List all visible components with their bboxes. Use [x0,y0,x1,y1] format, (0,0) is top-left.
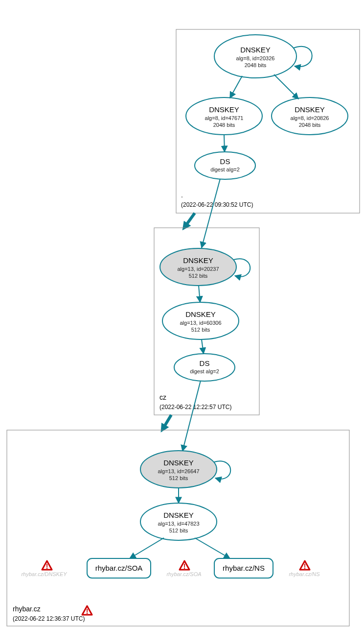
ghost-dnskey: rhybar.cz/DNSKEY [21,571,67,577]
svg-text:alg=13, id=26647: alg=13, id=26647 [158,468,199,474]
node-root-ksk: DNSKEY alg=8, id=20326 2048 bits [214,35,296,78]
edge-root-ksk-zsk2 [274,74,298,99]
warning-icon: ! [42,561,52,570]
svg-text:2048 bits: 2048 bits [245,62,267,68]
edge-rhybar-zsk-soa [130,538,164,558]
edge-root-zsk1-ds [224,135,225,152]
node-root-ds: DS digest alg=2 [195,152,255,179]
svg-text:2048 bits: 2048 bits [213,122,235,128]
svg-text:!: ! [183,562,186,570]
edge-rhybar-zsk-ns [195,538,230,558]
svg-text:DNSKEY: DNSKEY [163,511,194,519]
warning-icon: ! [82,606,92,615]
svg-text:digest alg=2: digest alg=2 [190,368,219,374]
svg-text:alg=13, id=60306: alg=13, id=60306 [180,320,221,326]
svg-text:DNSKEY: DNSKEY [183,256,213,265]
svg-text:2048 bits: 2048 bits [299,122,321,128]
svg-text:!: ! [304,562,306,570]
svg-text:!: ! [46,562,48,570]
node-cz-zsk: DNSKEY alg=13, id=60306 512 bits [162,302,239,339]
zone-ts-rhybar: (2022-06-22 12:36:37 UTC) [13,615,85,622]
svg-text:alg=8, id=47671: alg=8, id=47671 [205,115,244,121]
edge-root-to-cz-heavy [186,213,195,225]
edge-cz-ds-rhybar-ksk [182,381,201,451]
node-rhybar-ns: rhybar.cz/NS [214,558,273,578]
svg-text:512 bits: 512 bits [169,528,188,533]
ghost-ns: rhybar.cz/NS [289,571,320,577]
zone-ts-cz: (2022-06-22 12:22:57 UTC) [159,404,231,411]
edge-root-ksk-zsk1 [230,76,242,98]
svg-point-13 [195,152,255,179]
svg-text:DNSKEY: DNSKEY [295,105,325,114]
node-rhybar-soa: rhybar.cz/SOA [87,558,151,578]
svg-text:512 bits: 512 bits [191,327,210,333]
node-rhybar-ksk: DNSKEY alg=13, id=26647 512 bits [140,451,217,488]
dnssec-graph: . (2022-06-22 09:30:52 UTC) DNSKEY alg=8… [0,0,364,628]
svg-text:DNSKEY: DNSKEY [163,459,194,467]
zone-label-root: . [181,191,183,199]
svg-text:512 bits: 512 bits [189,273,208,279]
zone-ts-root: (2022-06-22 09:30:52 UTC) [181,201,253,208]
svg-text:rhybar.cz/SOA: rhybar.cz/SOA [95,564,143,572]
svg-text:DS: DS [200,359,210,367]
edge-cz-ksk-zsk [199,286,200,302]
svg-text:alg=13, id=20237: alg=13, id=20237 [177,266,219,272]
svg-text:!: ! [86,607,89,615]
svg-point-24 [174,354,235,381]
warning-icon: ! [180,561,189,570]
ghost-soa: rhybar.cz/SOA [166,571,201,577]
node-cz-ds: DS digest alg=2 [174,354,235,381]
svg-text:alg=8, id=20826: alg=8, id=20826 [291,115,329,121]
svg-text:DNSKEY: DNSKEY [185,310,216,318]
svg-text:alg=13, id=47823: alg=13, id=47823 [158,521,199,527]
node-rhybar-zsk: DNSKEY alg=13, id=47823 512 bits [140,503,217,540]
svg-text:digest alg=2: digest alg=2 [210,167,240,172]
svg-text:DS: DS [220,157,230,166]
svg-text:512 bits: 512 bits [169,475,188,481]
zone-label-rhybar: rhybar.cz [13,605,41,613]
edge-cz-to-rhybar-heavy [164,415,171,427]
node-root-zsk1: DNSKEY alg=8, id=47671 2048 bits [186,97,262,135]
svg-text:alg=8, id=20326: alg=8, id=20326 [236,55,275,61]
svg-text:DNSKEY: DNSKEY [240,46,271,54]
zone-label-cz: cz [159,393,166,401]
svg-text:rhybar.cz/NS: rhybar.cz/NS [223,564,265,572]
svg-text:DNSKEY: DNSKEY [209,105,239,114]
edge-cz-zsk-ds [202,339,204,354]
node-cz-ksk: DNSKEY alg=13, id=20237 512 bits [160,248,236,286]
node-root-zsk2: DNSKEY alg=8, id=20826 2048 bits [272,97,348,135]
warning-icon: ! [300,561,310,570]
